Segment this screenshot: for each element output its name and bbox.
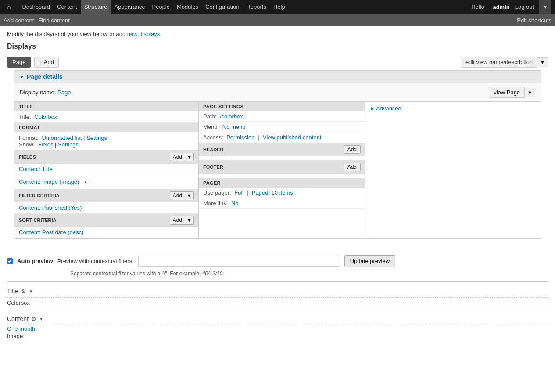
sort-post-date[interactable]: Content: Post date (desc)	[19, 229, 83, 235]
sort-add-dropdown-button[interactable]: ▼	[185, 216, 194, 225]
title-section-header: TITLE	[14, 102, 198, 111]
access-row: Access: Permission | View published cont…	[199, 132, 365, 143]
pager-section-header: PAGER	[199, 178, 365, 188]
access-permission[interactable]: Permission	[226, 134, 254, 141]
title-value[interactable]: Colorbox	[34, 114, 57, 120]
filter-add-dropdown-button[interactable]: ▼	[185, 191, 194, 200]
nav-people[interactable]: People	[149, 0, 173, 14]
top-nav: ⌂ Dashboard Content Structure Appearance…	[0, 0, 555, 14]
displays-section: Displays Page + Add edit view name/descr…	[0, 40, 555, 243]
contextual-filters-input[interactable]	[138, 256, 340, 267]
advanced-link[interactable]: ▶ Advanced	[371, 105, 535, 112]
collapse-icon[interactable]: ▼	[20, 75, 24, 79]
contextual-filters-label: Preview with contextual filters:	[57, 258, 134, 264]
edit-view-name-button[interactable]: edit view name/description	[461, 57, 537, 68]
right-column: ▶ Advanced	[365, 102, 541, 238]
filter-published[interactable]: Content: Published (Yes)	[19, 204, 82, 211]
footer-section-hdr: FOOTER Add	[199, 160, 365, 174]
update-preview-button[interactable]: Update preview	[344, 255, 395, 267]
nav-structure[interactable]: Structure	[81, 0, 111, 15]
page-tab[interactable]: Page	[7, 57, 31, 68]
hello-text: Hello	[468, 0, 488, 14]
field-content-title[interactable]: Content: Title	[19, 166, 53, 172]
nav-configuration[interactable]: Configuration	[202, 0, 243, 14]
home-icon[interactable]: ⌂	[4, 0, 14, 14]
filter-hint: Separate contextual filter values with a…	[7, 271, 548, 277]
show-value[interactable]: Fields	[38, 141, 54, 148]
content-gear-icon[interactable]: ⚙	[31, 316, 36, 322]
find-content-link[interactable]: Find content	[38, 17, 70, 24]
title-label: Title:	[19, 114, 31, 120]
menu-row: Menu: No menu	[199, 122, 365, 132]
path-value[interactable]: /colorbox	[220, 113, 243, 120]
fields-add-dropdown-button[interactable]: ▼	[185, 153, 194, 161]
fields-content-title: Content: Title	[14, 164, 198, 175]
view-published-content-link[interactable]: View published content	[263, 134, 321, 141]
advanced-triangle-icon: ▶	[371, 106, 374, 111]
filter-add-button[interactable]: Add	[170, 191, 185, 200]
more-link-label: More link:	[203, 200, 228, 207]
edit-view-dropdown-button[interactable]: ▼	[537, 57, 548, 67]
auto-preview-checkbox[interactable]	[7, 258, 13, 264]
nav-modules[interactable]: Modules	[173, 0, 202, 14]
nav-reports[interactable]: Reports	[243, 0, 270, 14]
nav-appearance[interactable]: Appearance	[111, 0, 148, 14]
show-label: Show:	[19, 141, 35, 148]
fields-section-header: FIELDS Add ▼	[14, 150, 198, 164]
header-add-button[interactable]: Add	[344, 145, 361, 154]
filter-content: Content: Published (Yes)	[14, 202, 198, 214]
title-dropdown-icon[interactable]: ▼	[29, 289, 33, 294]
preview-content-row: Content ⚙ ▼	[7, 312, 548, 324]
username: admin	[493, 4, 509, 11]
display-name-value[interactable]: Page	[57, 89, 71, 96]
more-link-row: More link: No	[199, 198, 365, 209]
page-settings-header: PAGE SETTINGS	[199, 102, 365, 111]
preview-content-label: Content	[7, 315, 29, 322]
add-display-button[interactable]: + Add	[34, 57, 59, 68]
red-arrow-indicator: ←	[82, 177, 91, 187]
title-gear-icon[interactable]: ⚙	[21, 288, 26, 295]
secondary-nav: Add content Find content Edit shortcuts	[0, 14, 555, 26]
logout-link[interactable]: Log out	[512, 0, 537, 14]
field-content-image[interactable]: Content: Image (Image)	[19, 178, 79, 185]
footer-add-button[interactable]: Add	[344, 163, 361, 171]
sort-add-button[interactable]: Add	[170, 216, 185, 225]
format-section-header: FORMAT	[14, 123, 198, 132]
nav-content[interactable]: Content	[54, 0, 81, 14]
show-settings-link[interactable]: Settings	[58, 141, 79, 148]
user-dropdown-button[interactable]: ▼	[539, 0, 551, 14]
paged-value[interactable]: Paged, 10 items	[252, 189, 293, 196]
preview-divider	[7, 281, 548, 282]
page-description: Modify the display(s) of your view below…	[0, 26, 555, 40]
more-link-value[interactable]: No	[231, 200, 239, 207]
use-pager-value[interactable]: Full	[234, 189, 243, 196]
colorbox-title: Colorbox	[7, 298, 548, 308]
nav-help[interactable]: Help	[270, 0, 289, 14]
header-section-hdr: HEADER Add	[199, 143, 365, 156]
fields-content-image: Content: Image (Image) ←	[14, 175, 198, 189]
fields-add-button[interactable]: Add	[170, 153, 185, 161]
menu-label: Menu:	[203, 124, 219, 130]
nav-dashboard[interactable]: Dashboard	[18, 0, 54, 14]
content-dropdown-icon[interactable]: ▼	[39, 317, 43, 321]
add-content-link[interactable]: Add content	[4, 17, 34, 24]
display-name-row: Display name: Page view Page ▼	[14, 83, 541, 101]
edit-shortcuts-link[interactable]: Edit shortcuts	[517, 17, 551, 24]
sort-header-title: SORT CRITERIA	[19, 217, 57, 223]
filter-section-header: FILTER CRITERIA Add ▼	[14, 189, 198, 202]
format-settings-link[interactable]: Settings	[86, 135, 107, 141]
sort-section-header: SORT CRITERIA Add ▼	[14, 214, 198, 227]
menu-value[interactable]: No menu	[222, 124, 246, 130]
format-value[interactable]: Unformatted list	[42, 135, 82, 141]
one-month-link[interactable]: One month	[7, 324, 548, 333]
content-divider	[7, 310, 548, 310]
view-page-button[interactable]: view Page	[489, 87, 525, 98]
preview-section: Auto preview Preview with contextual fil…	[7, 248, 548, 348]
preview-title-label: Title	[7, 288, 18, 295]
auto-preview-row: Auto preview Preview with contextual fil…	[7, 253, 548, 270]
middle-column: PAGE SETTINGS Path: /colorbox Menu: No m…	[199, 102, 365, 238]
view-page-dropdown-button[interactable]: ▼	[525, 88, 535, 97]
path-row: Path: /colorbox	[199, 111, 365, 122]
main-content-area: ▼ Page details Display name: Page view P…	[14, 70, 541, 239]
new-displays-link[interactable]: new displays	[127, 31, 160, 37]
